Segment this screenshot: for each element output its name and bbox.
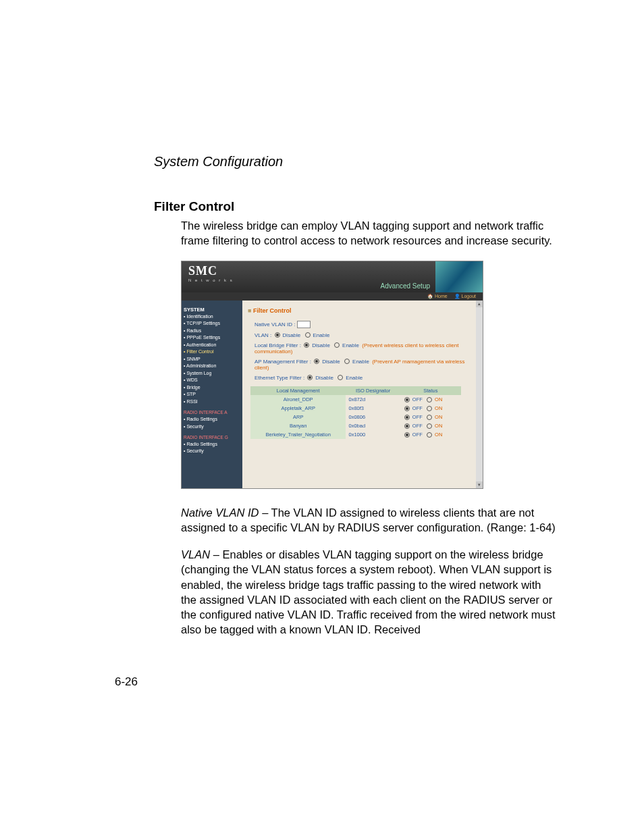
chapter-title: System Configuration [154, 154, 559, 170]
status-off-radio[interactable] [404, 415, 410, 420]
th-iso-designator: ISO Designator [346, 386, 400, 395]
off-text: OFF [412, 423, 423, 429]
vlan-paragraph: VLAN – Enables or disables VLAN tagging … [181, 547, 559, 637]
apm-label: AP Management Filter : [254, 359, 311, 365]
vlan-enable-radio[interactable] [305, 332, 311, 338]
vlan-label: VLAN : [254, 332, 271, 338]
intro-paragraph: The wireless bridge can employ VLAN tagg… [181, 218, 559, 249]
etf-enable-radio[interactable] [338, 375, 343, 380]
sidebar-item-authentication[interactable]: Authentication [184, 342, 240, 349]
vlan-enable-text: Enable [313, 332, 330, 338]
sidebar-item-radius[interactable]: Radius [184, 328, 240, 335]
status-on-radio[interactable] [427, 415, 432, 420]
advanced-setup-label: Advanced Setup [381, 282, 430, 290]
sidebar-item-snmp[interactable]: SNMP [184, 356, 240, 363]
ethernet-type-table: Local Management ISO Designator Status A… [250, 386, 461, 439]
lbf-label: Local Bridge Filter : [254, 342, 301, 348]
etf-enable-text: Enable [346, 375, 363, 381]
sidebar-item-system-log[interactable]: System Log [184, 370, 240, 377]
sidebar-item-wds[interactable]: WDS [184, 377, 240, 384]
row-name: Berkeley_Trailer_Negotiation [250, 430, 346, 439]
scrollbar[interactable]: ▴ ▾ [476, 301, 483, 488]
vlan-row: VLAN : Disable Enable [254, 332, 477, 338]
sidebar-item-security-a[interactable]: Security [184, 423, 240, 431]
sidebar-item-filter-control[interactable]: Filter Control [184, 348, 240, 356]
app-header: SMC N e t w o r k s Advanced Setup [182, 261, 483, 292]
sidebar-header-radio-a: RADIO INTERFACE A [184, 409, 240, 416]
status-off-radio[interactable] [404, 397, 410, 402]
section-title: Filter Control [154, 199, 559, 214]
native-vlan-label: Native VLAN ID : [254, 321, 295, 327]
status-off-radio[interactable] [404, 432, 410, 438]
embedded-screenshot: SMC N e t w o r k s Advanced Setup 🏠 Hom… [181, 261, 483, 489]
table-row: ARP 0x0806 OFF ON [250, 413, 461, 421]
vlan-body: – Enables or disables VLAN tagging suppo… [181, 548, 556, 635]
sidebar-item-pppoe[interactable]: PPPoE Settings [184, 334, 240, 342]
on-text: ON [435, 405, 442, 411]
status-on-radio[interactable] [427, 397, 432, 402]
apm-enable-text: Enable [352, 359, 369, 365]
ap-mgmt-filter-row: AP Management Filter : Disable Enable (P… [254, 359, 477, 371]
sidebar-item-tcpip[interactable]: TCP/IP Settings [184, 320, 240, 328]
row-name: Banyan [250, 421, 346, 430]
row-designator: 0x1000 [346, 430, 400, 439]
top-toolbar: 🏠 Home 👤 Logout [182, 292, 483, 301]
row-designator: 0x0bad [346, 421, 400, 430]
lbf-enable-text: Enable [342, 342, 359, 348]
vlan-disable-text: Disable [283, 332, 301, 338]
status-on-radio[interactable] [427, 432, 432, 438]
home-link[interactable]: 🏠 Home [427, 294, 448, 298]
sidebar-header-radio-g: RADIO INTERFACE G [184, 434, 240, 441]
status-on-radio[interactable] [427, 406, 432, 411]
lbf-enable-radio[interactable] [334, 342, 340, 348]
off-text: OFF [412, 432, 423, 438]
sidebar-item-radio-settings-g[interactable]: Radio Settings [184, 441, 240, 448]
apm-disable-text: Disable [322, 359, 340, 365]
row-name: ARP [250, 413, 346, 421]
logout-link[interactable]: 👤 Logout [454, 294, 476, 298]
etf-disable-text: Disable [315, 375, 333, 381]
status-off-radio[interactable] [404, 406, 410, 411]
local-bridge-filter-row: Local Bridge Filter : Disable Enable (Pr… [254, 342, 477, 355]
header-decor-image [435, 261, 483, 292]
status-on-radio[interactable] [427, 423, 432, 429]
table-row: Berkeley_Trailer_Negotiation 0x1000 OFF … [250, 430, 461, 439]
lbf-disable-radio[interactable] [304, 342, 309, 348]
sidebar: SYSTEM Identification TCP/IP Settings Ra… [182, 301, 242, 488]
sidebar-header-system: SYSTEM [184, 306, 240, 313]
etf-label: Ethernet Type Filter : [254, 375, 304, 381]
row-designator: 0x872d [346, 395, 400, 404]
sidebar-item-security-g[interactable]: Security [184, 448, 240, 455]
sidebar-item-bridge[interactable]: Bridge [184, 384, 240, 392]
native-vlan-term: Native VLAN ID [181, 506, 259, 519]
lbf-disable-text: Disable [312, 342, 330, 348]
native-vlan-paragraph: Native VLAN ID – The VLAN ID assigned to… [181, 505, 559, 536]
etf-disable-radio[interactable] [307, 375, 313, 380]
sidebar-item-stp[interactable]: STP [184, 391, 240, 398]
status-off-radio[interactable] [404, 423, 410, 429]
scroll-down-icon[interactable]: ▾ [476, 481, 483, 488]
apm-enable-radio[interactable] [344, 359, 350, 364]
row-name: Aironet_DDP [250, 395, 346, 404]
on-text: ON [435, 423, 442, 429]
sidebar-item-identification[interactable]: Identification [184, 313, 240, 321]
row-designator: 0x0806 [346, 413, 400, 421]
sidebar-item-radio-settings-a[interactable]: Radio Settings [184, 416, 240, 423]
native-vlan-row: Native VLAN ID : [254, 321, 477, 328]
vlan-disable-radio[interactable] [275, 332, 280, 338]
on-text: ON [435, 414, 442, 420]
ethernet-type-filter-row: Ethernet Type Filter : Disable Enable [254, 375, 477, 381]
th-status: Status [400, 386, 461, 395]
sidebar-item-rssi[interactable]: RSSI [184, 398, 240, 406]
apm-disable-radio[interactable] [314, 359, 319, 364]
table-row: Aironet_DDP 0x872d OFF ON [250, 395, 461, 404]
page-number: 6-26 [115, 675, 138, 689]
panel-title: Filter Control [248, 307, 477, 314]
native-vlan-input[interactable] [297, 321, 311, 328]
sidebar-item-administration[interactable]: Administration [184, 363, 240, 370]
off-text: OFF [412, 414, 423, 420]
off-text: OFF [412, 405, 423, 411]
table-row: Appletalk_ARP 0x80f3 OFF ON [250, 404, 461, 413]
on-text: ON [435, 432, 442, 438]
scroll-up-icon[interactable]: ▴ [476, 301, 483, 307]
